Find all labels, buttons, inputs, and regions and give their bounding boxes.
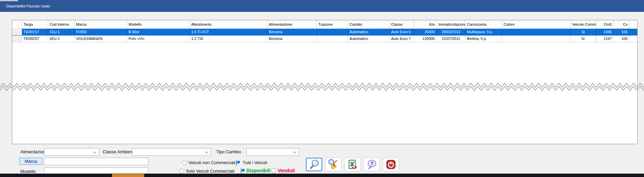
col-targa[interactable]: Targa	[22, 20, 48, 28]
window-title: Disponibilità Piazzale Usato	[6, 4, 50, 8]
modello-label: Modello	[20, 169, 36, 174]
radio-tutti-i-veicoli[interactable]	[236, 160, 237, 166]
col-cm3[interactable]: Cm3	[596, 20, 614, 28]
chevron-down-icon	[293, 150, 296, 154]
exit-button[interactable]	[383, 158, 399, 171]
chevron-down-icon	[93, 150, 97, 154]
marca-label[interactable]: Marca	[19, 158, 42, 165]
cell-trazione[interactable]	[316, 28, 348, 35]
cell-carrozzeria[interactable]: Berlina, 5 p.	[465, 35, 502, 42]
radio-venduti-label: Venduti	[278, 168, 295, 173]
cell-targa[interactable]: TE001ST	[22, 28, 48, 35]
vehicles-table: Targa Cod.Interno Marca Modello Allestim…	[12, 20, 638, 42]
cell-cm3[interactable]: 1197	[596, 35, 614, 42]
radio-tutti-i-veicoli-label: Tutti i Veicoli	[243, 160, 267, 165]
radio-solo-veicoli-commerciali[interactable]	[180, 169, 184, 173]
cell-cv[interactable]: 105	[614, 35, 629, 42]
cell-cod-interno[interactable]: 42U-1	[48, 35, 74, 42]
table-row: TE002ST 42U-1 VOLKSWAGEN Polo «VI» 1.2 T…	[12, 35, 638, 42]
cell-cod-interno[interactable]: 41U-1	[48, 28, 74, 35]
cell-carrozzeria[interactable]: Multispace, 5 p.	[465, 28, 502, 35]
cell-alimentazione[interactable]: Benzina	[267, 35, 316, 42]
cell-alimentazione[interactable]: Benzina	[267, 28, 316, 35]
cell-allestimento[interactable]: 1.6 Ti-VCT	[189, 28, 267, 35]
cell-modello[interactable]: B-Max	[127, 28, 189, 35]
cell-allestimento[interactable]: 1.2 TSI	[189, 35, 267, 42]
broom-magnifier-icon	[328, 159, 339, 170]
col-filler	[629, 20, 638, 28]
tipo-cambio-combobox[interactable]	[246, 148, 299, 156]
row-selector-header[interactable]	[12, 20, 22, 28]
taskbar-orange-segment	[112, 174, 144, 177]
col-cod-interno[interactable]: Cod.Interno	[48, 20, 74, 28]
cell-cambio[interactable]: Automatico	[348, 28, 389, 35]
magnifier-icon	[308, 159, 320, 170]
col-km[interactable]: Km	[414, 20, 437, 28]
col-modello[interactable]: Modello	[127, 20, 189, 28]
cell-colore[interactable]	[502, 35, 570, 42]
power-icon	[385, 159, 397, 170]
radio-disponibili-label: Disponibili	[246, 168, 271, 173]
cell-km[interactable]: 25000	[414, 28, 437, 35]
col-carrozzeria[interactable]: Carrozzeria	[465, 20, 502, 28]
cell-marca[interactable]: FORD	[74, 28, 127, 35]
alimentazione-combobox[interactable]	[44, 148, 99, 156]
row-selector[interactable]	[12, 28, 22, 35]
radio-solo-veicoli-commerciali-label: Solo Veicoli Commerciali	[186, 169, 234, 174]
classe-ambientale-combobox[interactable]	[132, 148, 211, 156]
cell-marca[interactable]: VOLKSWAGEN	[74, 35, 127, 42]
col-trazione[interactable]: Trazione	[316, 20, 348, 28]
col-alimentazione[interactable]: Alimentazione	[267, 20, 316, 28]
cell-filler	[629, 28, 638, 35]
table-row: TE001ST 41U-1 FORD B-Max 1.6 Ti-VCT Benz…	[12, 28, 638, 35]
background-window-edge	[0, 0, 18, 1]
excel-export-icon	[347, 159, 358, 170]
help-button[interactable]: ?	[363, 158, 380, 171]
cell-veicolo-comm[interactable]: Si	[570, 28, 596, 35]
col-immatricolazione[interactable]: Immatricolazione	[437, 20, 465, 28]
cell-immatricolazione[interactable]: 21/07/2011	[437, 35, 465, 42]
window-bottom-edge	[0, 174, 644, 177]
col-veicolo-comm[interactable]: Veicolo Comm.	[570, 20, 596, 28]
col-cv[interactable]: Cv	[614, 20, 629, 28]
vehicles-grid: Targa Cod.Interno Marca Modello Allestim…	[12, 20, 638, 144]
col-marca[interactable]: Marca	[74, 20, 127, 28]
search-button[interactable]	[306, 158, 322, 171]
cell-modello[interactable]: Polo «VI»	[127, 35, 189, 42]
cell-targa[interactable]: TE002ST	[22, 35, 48, 42]
cell-colore[interactable]	[502, 28, 570, 35]
export-excel-button[interactable]	[345, 158, 361, 171]
cell-immatricolazione[interactable]: 28/03/2013	[437, 28, 465, 35]
row-selector[interactable]	[12, 35, 22, 42]
cell-cv[interactable]: 105	[614, 28, 629, 35]
tipo-cambio-label: Tipo Cambio	[216, 149, 241, 154]
cell-classe[interactable]: Auto Euro 7	[389, 35, 414, 42]
col-colore[interactable]: Colore	[502, 20, 570, 28]
question-bubble-icon: ?	[366, 159, 377, 170]
cell-km[interactable]: 120000	[414, 35, 437, 42]
radio-veicoli-non-commerciali-label: Veicoli non Commerciali	[188, 160, 235, 165]
radio-veicoli-non-commerciali[interactable]	[182, 160, 187, 165]
radio-venduti[interactable]	[271, 168, 276, 173]
chevron-down-icon	[205, 150, 208, 154]
table-header-row: Targa Cod.Interno Marca Modello Allestim…	[12, 20, 638, 28]
title-bar: Disponibilità Piazzale Usato	[0, 0, 644, 12]
clear-filters-button[interactable]	[325, 158, 341, 171]
cell-filler	[629, 35, 638, 42]
cell-veicolo-comm[interactable]: Si	[570, 35, 596, 42]
cell-trazione[interactable]	[316, 35, 348, 42]
cell-classe[interactable]: Auto Euro 6	[389, 28, 414, 35]
svg-text:?: ?	[371, 161, 374, 166]
cell-cambio[interactable]: Automatico	[348, 35, 389, 42]
cell-cm3[interactable]: 1596	[596, 28, 614, 35]
col-classe[interactable]: Classe	[389, 20, 414, 28]
col-cambio[interactable]: Cambio	[348, 20, 389, 28]
col-allestimento[interactable]: Allestimento	[189, 20, 267, 28]
marca-input[interactable]	[44, 158, 148, 165]
